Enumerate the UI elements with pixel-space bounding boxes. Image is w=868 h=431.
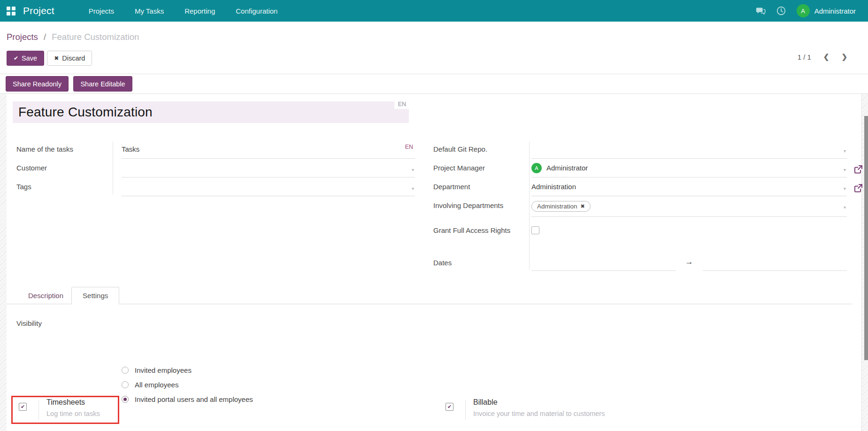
dropdown-caret-icon[interactable]: ▾ — [844, 148, 846, 154]
title-language-badge[interactable]: EN — [394, 100, 410, 109]
billable-feature: ✔ Billable Invoice your time and materia… — [438, 396, 682, 424]
date-range-arrow-icon: → — [676, 257, 703, 267]
radio-selected-icon[interactable] — [122, 396, 129, 403]
tags-input[interactable]: ▾ — [122, 177, 415, 196]
tab-description[interactable]: Description — [20, 287, 71, 304]
project-manager-label: Project Manager — [433, 159, 522, 177]
dropdown-caret-icon[interactable]: ▾ — [412, 186, 414, 191]
pager-count: 1 / 1 — [798, 53, 811, 61]
discard-button[interactable]: ✖ Discard — [47, 51, 92, 66]
open-record-external-icon[interactable] — [853, 184, 863, 193]
discard-button-label: Discard — [62, 54, 85, 62]
feature-description: Invoice your time and material to custom… — [473, 410, 605, 417]
default-git-repo-input[interactable]: ▾ — [531, 140, 847, 159]
feature-name: Timesheets — [46, 398, 100, 407]
visibility-label: Visibility — [16, 319, 42, 327]
involving-departments-input[interactable]: Administration ✖ ▾ — [531, 196, 847, 217]
department-tag[interactable]: Administration ✖ — [531, 201, 591, 212]
pager-next-icon[interactable]: ❯ — [841, 53, 847, 61]
dropdown-caret-icon[interactable]: ▾ — [844, 205, 846, 210]
visibility-group: Visibility Invited employees All employe… — [16, 316, 415, 407]
save-button[interactable]: ✔ Save — [7, 51, 44, 66]
billable-checkbox[interactable]: ✔ — [446, 403, 453, 411]
timesheets-feature-highlighted: ✔ Timesheets Log time on tasks — [11, 396, 119, 424]
project-manager-input[interactable]: A Administrator ▾ — [531, 159, 847, 177]
feature-divider — [465, 400, 466, 420]
breadcrumb-projects-link[interactable]: Projects — [7, 32, 38, 42]
form-action-buttons: ✔ Save ✖ Discard — [7, 51, 92, 66]
timesheets-checkbox[interactable]: ✔ — [19, 403, 27, 411]
project-title-field[interactable]: Feature Customization EN — [13, 101, 409, 123]
feature-name: Billable — [473, 398, 605, 407]
record-pager: 1 / 1 ❮ ❯ — [798, 53, 847, 61]
date-end-input[interactable] — [703, 257, 847, 271]
breadcrumb-current: Feature Customization — [52, 32, 139, 42]
radio-label: Invited portal users and all employees — [135, 395, 253, 403]
dropdown-caret-icon[interactable]: ▾ — [844, 167, 846, 172]
cross-icon: ✖ — [54, 55, 59, 62]
top-navbar: Project Projects My Tasks Reporting Conf… — [0, 0, 868, 22]
involving-departments-label: Involving Departments — [433, 196, 522, 217]
grant-full-access-checkbox[interactable] — [531, 226, 539, 234]
left-field-group: Name of the tasks Tasks EN Customer ▾ Ta… — [16, 140, 415, 196]
apps-grid-icon[interactable] — [7, 7, 15, 15]
app-title[interactable]: Project — [23, 5, 54, 16]
form-sheet: Feature Customization EN Name of the tas… — [7, 94, 862, 431]
tab-settings[interactable]: Settings — [71, 287, 119, 304]
user-menu[interactable]: Administrator — [814, 7, 856, 15]
vertical-scrollbar[interactable] — [864, 116, 868, 360]
pager-previous-icon[interactable]: ❮ — [823, 53, 830, 61]
share-editable-label: Share Editable — [80, 80, 125, 88]
date-start-input[interactable] — [531, 257, 676, 271]
menu-configuration[interactable]: Configuration — [229, 1, 284, 21]
share-editable-button[interactable]: Share Editable — [73, 76, 132, 92]
department-label: Department — [433, 177, 522, 196]
visibility-option-portal-users[interactable]: Invited portal users and all employees — [122, 392, 415, 407]
default-git-repo-label: Default Git Repo. — [433, 140, 522, 159]
customer-input[interactable]: ▾ — [122, 159, 415, 177]
customer-label: Customer — [16, 159, 113, 177]
field-language-badge[interactable]: EN — [405, 144, 413, 150]
menu-reporting[interactable]: Reporting — [177, 1, 222, 21]
grant-full-access-field — [531, 217, 847, 254]
topbar-right: A Administrator — [755, 4, 856, 17]
feature-description: Log time on tasks — [46, 410, 100, 417]
form-statusbar: Share Readonly Share Editable — [0, 74, 868, 94]
radio-label: Invited employees — [135, 366, 192, 374]
user-avatar[interactable]: A — [797, 4, 810, 17]
department-value[interactable]: Administration — [531, 183, 576, 191]
top-menu: Projects My Tasks Reporting Configuratio… — [82, 1, 285, 21]
department-input[interactable]: Administration ▾ — [531, 177, 847, 196]
radio-unselected-icon[interactable] — [122, 381, 129, 388]
visibility-option-all-employees[interactable]: All employees — [122, 377, 415, 392]
control-panel: Projects / Feature Customization ✔ Save … — [0, 22, 868, 74]
checkmark-icon: ✔ — [447, 404, 452, 409]
project-manager-value[interactable]: Administrator — [546, 164, 588, 172]
name-of-tasks-label: Name of the tasks — [16, 140, 113, 159]
menu-my-tasks[interactable]: My Tasks — [128, 1, 171, 21]
group-separator — [16, 316, 415, 362]
manager-avatar: A — [531, 163, 542, 173]
breadcrumb-separator: / — [44, 32, 46, 42]
messages-icon[interactable] — [755, 6, 766, 16]
check-icon: ✔ — [14, 55, 18, 62]
dropdown-caret-icon[interactable]: ▾ — [412, 167, 414, 172]
radio-label: All employees — [135, 381, 178, 389]
grant-full-access-label: Grant Full Access Rights — [433, 217, 522, 254]
department-tag-label: Administration — [537, 203, 577, 210]
dates-label: Dates — [433, 254, 522, 274]
dropdown-caret-icon[interactable]: ▾ — [844, 186, 846, 191]
share-readonly-label: Share Readonly — [13, 80, 61, 88]
tag-remove-icon[interactable]: ✖ — [581, 203, 585, 209]
share-readonly-button[interactable]: Share Readonly — [6, 76, 69, 92]
breadcrumb: Projects / Feature Customization — [7, 32, 139, 42]
open-record-external-icon[interactable] — [853, 165, 863, 174]
name-of-tasks-value[interactable]: Tasks — [122, 145, 139, 153]
activities-clock-icon[interactable] — [776, 6, 786, 16]
notebook-tabs: Description Settings — [7, 285, 853, 304]
page-title[interactable]: Feature Customization — [13, 101, 409, 123]
visibility-option-invited-employees[interactable]: Invited employees — [122, 363, 415, 377]
menu-projects[interactable]: Projects — [82, 1, 121, 21]
name-of-tasks-input[interactable]: Tasks EN — [122, 140, 415, 159]
radio-unselected-icon[interactable] — [122, 367, 129, 374]
